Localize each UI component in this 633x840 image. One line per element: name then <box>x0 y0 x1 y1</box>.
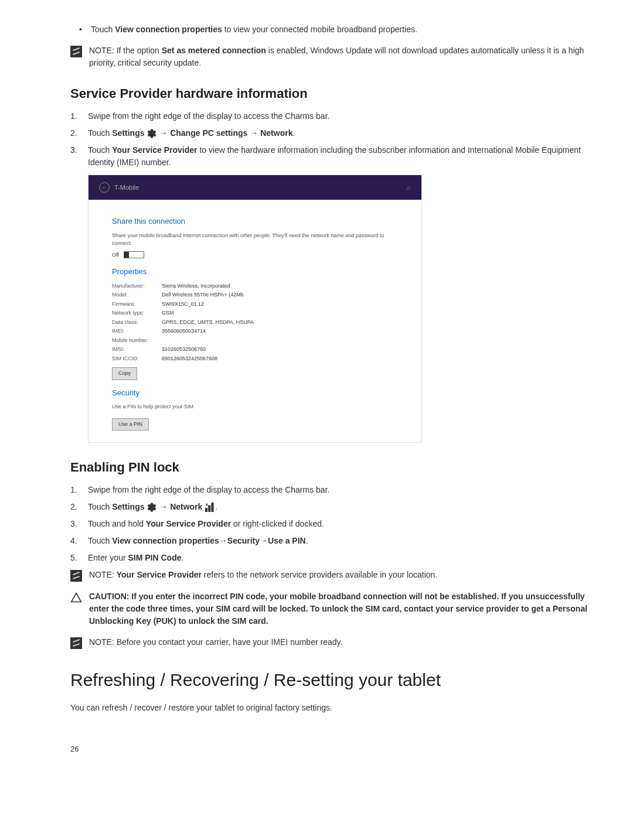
prop-network-type: Network type:GSM <box>112 309 404 317</box>
step-number: 3. <box>70 144 88 156</box>
gear-icon <box>147 502 157 513</box>
bold-text: Set as metered connection <box>162 46 266 55</box>
step-2: 2. Touch Settings → Change PC settings →… <box>70 127 598 139</box>
step-4: 4. Touch View connection properties→Secu… <box>70 535 598 547</box>
enabling-pin-heading: Enabling PIN lock <box>70 457 598 477</box>
note-icon <box>70 637 82 649</box>
note-label: NOTE: <box>89 46 117 55</box>
text: → <box>159 128 170 138</box>
screenshot-title: T-Mobile <box>114 183 139 193</box>
text: → <box>159 502 170 511</box>
screenshot-header: ← T-Mobile ⌕ <box>89 175 421 200</box>
text: If the option <box>117 46 162 55</box>
text: to view your connected mobile broadband … <box>222 25 417 34</box>
bullet-view-connection: Touch View connection properties to view… <box>91 23 598 36</box>
service-provider-heading: Service Provider hardware information <box>70 84 598 103</box>
tmobile-screenshot: ← T-Mobile ⌕ Share this connection Share… <box>88 175 422 443</box>
text: . <box>292 128 295 138</box>
toggle-switch[interactable] <box>124 251 144 258</box>
text: → <box>247 128 260 138</box>
text: refers to the network service providers … <box>202 570 437 579</box>
note-imei-ready: NOTE: Before you contact your carrier, h… <box>70 636 598 649</box>
bold-text: View connection properties <box>115 25 222 34</box>
page-number: 26 <box>70 743 598 755</box>
step-number: 3. <box>70 518 88 530</box>
step-1: 1. Swipe from the right edge of the disp… <box>70 110 598 122</box>
back-arrow-icon[interactable]: ← <box>99 182 110 193</box>
bold-text: Settings <box>112 502 147 511</box>
prop-manufacturer: Manufacturer:Sierra Wireless, Incorporat… <box>112 282 404 291</box>
text: Touch <box>91 25 115 34</box>
step-text: Touch View connection properties→Securit… <box>88 535 598 547</box>
search-icon[interactable]: ⌕ <box>407 183 411 193</box>
step-number: 1. <box>70 484 88 496</box>
refreshing-body: You can refresh / recover / restore your… <box>70 702 598 714</box>
text: Enter your <box>88 553 128 562</box>
note-label: NOTE: <box>89 570 117 579</box>
text: Touch <box>88 502 112 511</box>
note-content: NOTE: Your Service Provider refers to th… <box>89 569 437 581</box>
note-icon <box>70 46 82 57</box>
text: . <box>306 536 308 545</box>
step-5: 5. Enter your SIM PIN Code. <box>70 552 598 564</box>
copy-button[interactable]: Copy <box>112 367 137 380</box>
step-number: 4. <box>70 535 88 547</box>
step-1: 1. Swipe from the right edge of the disp… <box>70 484 598 496</box>
bold-text: Settings <box>112 128 147 138</box>
step-number: 1. <box>70 110 88 122</box>
step-text: Swipe from the right edge of the display… <box>88 484 598 496</box>
share-toggle-row: Off <box>112 251 404 259</box>
note-content: NOTE: Before you contact your carrier, h… <box>89 636 342 648</box>
note-service-provider: NOTE: Your Service Provider refers to th… <box>70 569 598 582</box>
bold-text: Your Service Provider <box>117 570 202 579</box>
text: or right-clicked if docked. <box>231 519 324 528</box>
step-number: 2. <box>70 127 88 139</box>
text: Touch <box>88 128 112 138</box>
caution-content: CAUTION: If you enter the incorrect PIN … <box>89 590 598 627</box>
refreshing-heading: Refreshing / Recovering / Re-setting you… <box>70 667 598 693</box>
service-provider-steps: 1. Swipe from the right edge of the disp… <box>70 110 598 169</box>
step-text: Enter your SIM PIN Code. <box>88 552 598 564</box>
bold-text: Network <box>260 128 292 138</box>
security-desc: Use a PIN to help protect your SIM <box>112 403 404 411</box>
text: . <box>182 553 184 562</box>
step-number: 2. <box>70 501 88 513</box>
step-3: 3. Touch and hold Your Service Provider … <box>70 518 598 530</box>
properties-table: Manufacturer:Sierra Wireless, Incorporat… <box>112 282 404 363</box>
step-text: Touch Settings → Change PC settings → Ne… <box>88 127 598 139</box>
note-label: NOTE: <box>89 637 117 647</box>
step-text: Swipe from the right edge of the display… <box>88 110 598 122</box>
bold-text: SIM PIN Code <box>128 553 181 562</box>
caution-incorrect-pin: CAUTION: If you enter the incorrect PIN … <box>70 590 598 627</box>
step-text: Touch and hold Your Service Provider or … <box>88 518 598 530</box>
toggle-label: Off <box>112 251 119 259</box>
bold-text: Your Service Provider <box>112 145 197 155</box>
prop-firmware: Firmware:SWI9X15C_01.12 <box>112 301 404 309</box>
note-icon <box>70 570 82 582</box>
step-text: Touch Your Service Provider to view the … <box>88 144 598 169</box>
bold-text: Network <box>170 502 205 511</box>
note-content: NOTE: If the option Set as metered conne… <box>89 45 598 69</box>
share-connection-heading: Share this connection <box>112 216 404 227</box>
text: Touch <box>88 536 112 545</box>
bold-text: View connection properties→Security→Use … <box>112 536 305 545</box>
share-desc: Share your mobile broadband Internet con… <box>112 232 404 248</box>
text: Touch <box>88 145 112 155</box>
bold-text: Your Service Provider <box>146 519 231 528</box>
caution-label: CAUTION: <box>89 592 131 601</box>
prop-model: Model:Dell Wireless 5570e HSPA+ (42Mb <box>112 291 404 299</box>
step-text: Touch Settings → Network . <box>88 501 598 513</box>
step-number: 5. <box>70 552 88 564</box>
note-metered-connection: NOTE: If the option Set as metered conne… <box>70 45 598 69</box>
properties-heading: Properties <box>112 266 404 278</box>
prop-sim-iccid: SIM ICCID:8901260532425067608 <box>112 355 404 363</box>
enabling-pin-steps: 1. Swipe from the right edge of the disp… <box>70 484 598 564</box>
gear-icon <box>147 128 157 139</box>
prop-data-class: Data class:GPRS, EDGE, UMTS, HSDPA, HSUP… <box>112 319 404 327</box>
security-heading: Security <box>112 387 404 399</box>
step-3: 3. Touch Your Service Provider to view t… <box>70 144 598 169</box>
prop-mobile-number: Mobile number: <box>112 337 404 345</box>
prop-imei: IMEI:355606050034714 <box>112 327 404 336</box>
text: Before you contact your carrier, have yo… <box>117 637 343 647</box>
use-pin-button[interactable]: Use a PIN <box>112 418 149 431</box>
